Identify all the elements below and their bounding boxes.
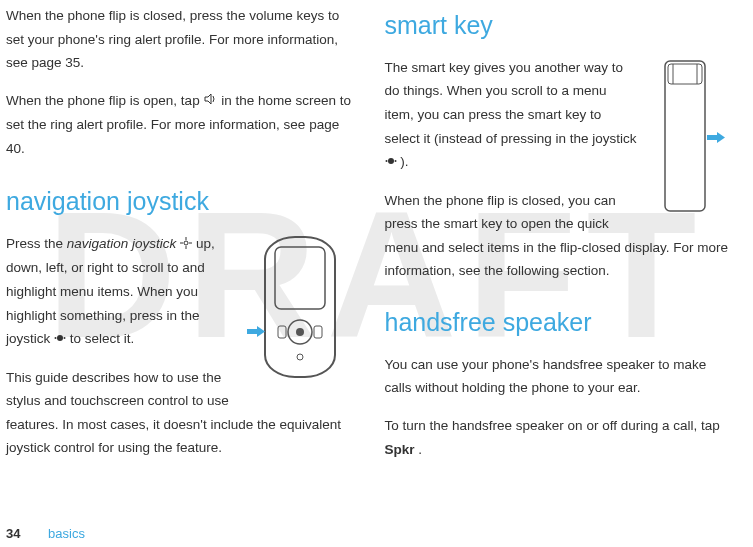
svg-point-9 [184, 241, 188, 245]
svg-marker-8 [257, 326, 265, 337]
joystick-center-icon [54, 328, 66, 352]
svg-point-23 [388, 158, 394, 164]
svg-point-16 [64, 337, 66, 339]
heading-navigation-joystick: navigation joystick [6, 180, 355, 224]
phone-side-illustration [643, 56, 733, 224]
text: to select it. [70, 331, 135, 346]
italic-text: navigation joystick [67, 236, 177, 251]
text: . [418, 442, 422, 457]
left-column: When the phone flip is closed, press the… [6, 4, 355, 475]
bold-text: Spkr [385, 442, 415, 457]
page-number: 34 [6, 526, 20, 541]
svg-point-24 [385, 160, 387, 162]
svg-rect-21 [707, 135, 717, 140]
page-content: When the phone flip is closed, press the… [6, 4, 733, 475]
speaker-icon [203, 90, 217, 114]
phone-illustration [245, 232, 355, 390]
joystick-center-icon [385, 151, 397, 175]
text: The smart key gives you another way to d… [385, 60, 637, 146]
heading-handsfree-speaker: handsfree speaker [385, 301, 734, 345]
text: When the phone flip is open, tap [6, 93, 203, 108]
section-label: basics [48, 526, 85, 541]
text: ). [400, 154, 408, 169]
svg-rect-1 [275, 247, 325, 309]
svg-rect-7 [247, 329, 257, 334]
joystick-cross-icon [180, 233, 192, 257]
heading-smart-key: smart key [385, 4, 734, 48]
svg-point-6 [297, 354, 303, 360]
svg-point-15 [55, 337, 57, 339]
text: To turn the handsfree speaker on or off … [385, 418, 720, 433]
paragraph: When the phone flip is open, tap in the … [6, 89, 355, 161]
paragraph: To turn the handsfree speaker on or off … [385, 414, 734, 461]
paragraph: You can use your phone's handsfree speak… [385, 353, 734, 400]
text: Press the [6, 236, 67, 251]
svg-rect-4 [278, 326, 286, 338]
svg-point-14 [57, 335, 63, 341]
svg-rect-5 [314, 326, 322, 338]
paragraph: When the phone flip is closed, press the… [6, 4, 355, 75]
svg-point-25 [394, 160, 396, 162]
right-column: smart key The smart key gives you anothe… [385, 4, 734, 475]
svg-marker-22 [717, 132, 725, 143]
svg-point-3 [296, 328, 304, 336]
page-footer: 34 basics [6, 526, 85, 541]
